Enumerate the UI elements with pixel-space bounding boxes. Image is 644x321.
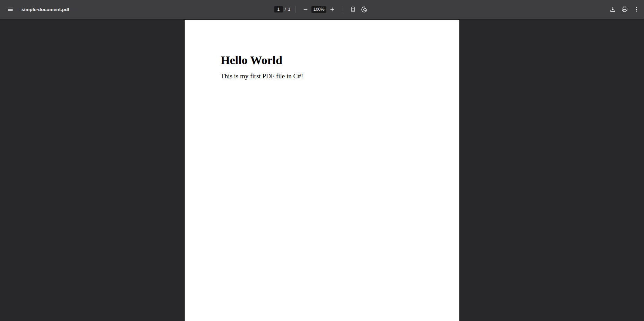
minus-icon: [302, 6, 309, 12]
document-title: simple-document.pdf: [21, 7, 69, 12]
page-count: 1: [288, 7, 290, 12]
download-button[interactable]: [607, 4, 618, 15]
toolbar-right-section: [370, 4, 644, 15]
pdf-body-text: This is my first PDF file in C#!: [221, 72, 459, 80]
zoom-in-button[interactable]: [328, 5, 337, 14]
rotate-button[interactable]: [359, 4, 370, 15]
more-vert-icon: [633, 6, 639, 12]
more-options-button[interactable]: [631, 4, 642, 15]
print-button[interactable]: [619, 4, 630, 15]
pdf-heading: Hello World: [221, 20, 459, 68]
pdf-viewer-toolbar: simple-document.pdf / 1: [0, 0, 644, 19]
menu-button[interactable]: [5, 4, 16, 15]
fit-to-page-button[interactable]: [347, 4, 359, 15]
pdf-content-area[interactable]: Hello World This is my first PDF file in…: [0, 19, 644, 321]
print-icon: [621, 6, 628, 13]
download-icon: [609, 6, 616, 13]
page-number-input[interactable]: [274, 6, 283, 12]
page-separator: /: [285, 7, 286, 12]
zoom-out-button[interactable]: [301, 5, 310, 14]
zoom-level-input[interactable]: [311, 6, 326, 13]
rotate-counterclockwise-icon: [361, 6, 368, 13]
toolbar-divider: [342, 6, 342, 13]
menu-icon: [7, 6, 14, 12]
plus-icon: [329, 6, 335, 12]
pdf-page: Hello World This is my first PDF file in…: [185, 20, 459, 321]
fit-to-page-icon: [350, 6, 356, 13]
toolbar-divider: [295, 6, 296, 13]
toolbar-center-section: / 1: [274, 4, 370, 15]
toolbar-left-section: simple-document.pdf: [0, 4, 274, 15]
